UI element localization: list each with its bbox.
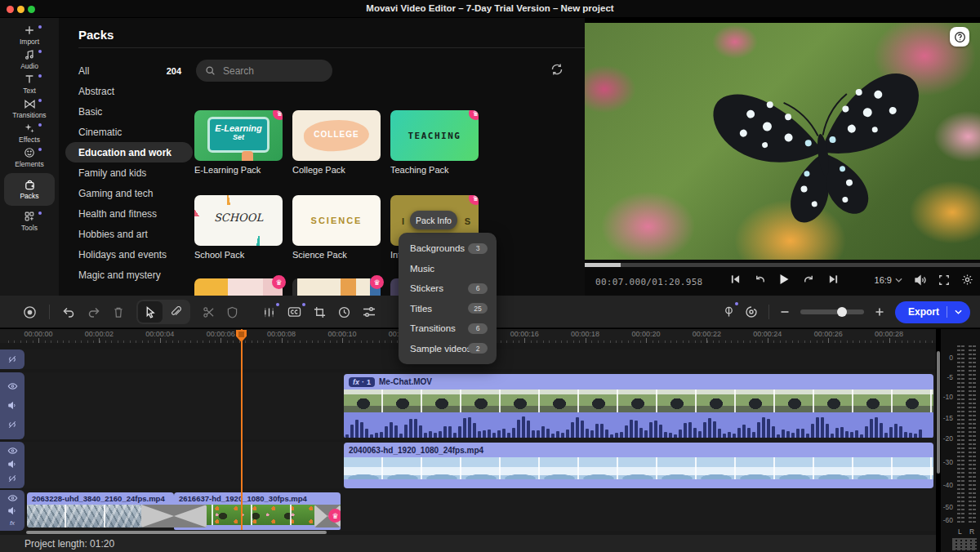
- unlink-icon[interactable]: [7, 474, 17, 483]
- chevron-down-icon: [895, 278, 902, 283]
- play-button[interactable]: [779, 274, 790, 285]
- menu-item-count-badge: 6: [468, 283, 488, 294]
- record-icon[interactable]: [23, 305, 37, 319]
- speaker-icon[interactable]: [7, 460, 18, 469]
- eye-icon[interactable]: [7, 447, 18, 455]
- category-item[interactable]: Hobbies and art: [65, 224, 193, 244]
- ruler-label: 00:00:22: [678, 330, 735, 338]
- category-item[interactable]: Health and fitness: [65, 203, 193, 224]
- pack-card-teaching[interactable]: TEACHING ♛ Teaching Pack: [390, 110, 479, 175]
- vertical-scrollbar[interactable]: [937, 351, 940, 474]
- speaker-icon[interactable]: [7, 401, 18, 410]
- fx-icon[interactable]: fx: [10, 519, 15, 527]
- pack-thumbnail-partial[interactable]: ♛: [292, 278, 381, 296]
- zoom-in-icon[interactable]: [875, 307, 884, 317]
- select-tool-button[interactable]: [138, 301, 163, 323]
- search-bar[interactable]: [196, 60, 332, 82]
- aspect-ratio-selector[interactable]: 16:9: [875, 275, 902, 285]
- eye-icon[interactable]: [7, 382, 18, 390]
- speaker-icon[interactable]: [7, 506, 18, 515]
- menu-item[interactable]: Sample videos2: [399, 339, 497, 359]
- slider-handle[interactable]: [837, 307, 847, 317]
- fullscreen-icon[interactable]: [938, 274, 950, 286]
- search-input[interactable]: [221, 65, 319, 78]
- pack-card-elearning[interactable]: E-LearningSet ♛ E-Learning Pack: [194, 110, 283, 175]
- shopping-bag-icon: [24, 179, 36, 191]
- help-button[interactable]: [950, 27, 969, 47]
- meter-bar-right: [969, 345, 976, 523]
- unlink-icon[interactable]: [7, 420, 17, 430]
- category-item[interactable]: Cinematic: [65, 122, 193, 142]
- crop-icon[interactable]: [314, 306, 326, 318]
- captions-icon[interactable]: [287, 306, 301, 318]
- color-swirl-icon[interactable]: [745, 305, 758, 318]
- timeline-clip-2040063[interactable]: 2040063-hd_1920_1080_24fps.mp4: [344, 443, 933, 488]
- sidebar-item-transitions[interactable]: Transitions: [4, 96, 55, 120]
- timeline-zoom-slider[interactable]: [800, 309, 864, 314]
- category-item[interactable]: Abstract: [65, 81, 193, 101]
- redo-icon[interactable]: [87, 306, 100, 318]
- meter-bar-left: [957, 345, 964, 523]
- category-item[interactable]: Family and kids: [65, 162, 193, 183]
- timeline-clip-mechat[interactable]: fx·1 Me-Chat.MOV: [344, 374, 933, 438]
- pack-card-science[interactable]: SCIENCE Science Pack: [292, 195, 381, 260]
- gear-icon[interactable]: [961, 274, 973, 286]
- clip-tool-button[interactable]: [164, 301, 189, 323]
- eye-icon[interactable]: [7, 494, 18, 502]
- skip-forward-icon[interactable]: [828, 274, 839, 284]
- menu-item[interactable]: Transitions6: [399, 318, 497, 339]
- category-item[interactable]: Basic: [65, 101, 193, 122]
- horizontal-scrollbar[interactable]: [26, 531, 327, 534]
- next-frame-icon[interactable]: [803, 274, 815, 285]
- video-preview[interactable]: [585, 23, 980, 260]
- voiceover-icon[interactable]: [724, 305, 734, 318]
- chevron-down-icon[interactable]: [955, 309, 962, 314]
- export-button[interactable]: Export: [895, 301, 970, 323]
- scissors-icon[interactable]: [203, 306, 215, 318]
- sidebar-item-import[interactable]: Import: [4, 23, 55, 47]
- pack-thumbnail-partial[interactable]: ♛: [194, 278, 283, 296]
- category-item[interactable]: Education and work: [65, 142, 193, 162]
- refresh-icon[interactable]: [550, 63, 564, 76]
- previous-frame-icon[interactable]: [754, 274, 766, 285]
- pack-name: College Pack: [292, 165, 381, 175]
- seek-bar[interactable]: [585, 263, 980, 267]
- category-item[interactable]: Gaming and tech: [65, 183, 193, 203]
- menu-item[interactable]: Music: [399, 259, 497, 279]
- pack-thumbnail-partial[interactable]: [390, 278, 399, 296]
- sidebar-item-audio[interactable]: Audio: [4, 47, 55, 71]
- category-item[interactable]: All204: [65, 60, 193, 81]
- undo-icon[interactable]: [62, 306, 75, 318]
- category-item[interactable]: Holidays and events: [65, 244, 193, 265]
- timecode: 00:07.000/01:20.958: [595, 277, 703, 287]
- transition-overlay[interactable]: ♛: [314, 505, 341, 528]
- menu-item[interactable]: Titles25: [399, 299, 497, 319]
- zoom-out-icon[interactable]: [780, 307, 790, 317]
- volume-icon[interactable]: [914, 274, 927, 286]
- pack-card-school[interactable]: SCHOOL School Pack: [194, 195, 283, 260]
- playhead-line[interactable]: [241, 329, 243, 530]
- menu-item[interactable]: Backgrounds3: [399, 238, 497, 259]
- sidebar-item-text[interactable]: Text: [4, 72, 55, 96]
- ruler-label: 00:00:00: [10, 330, 67, 338]
- category-item[interactable]: Magic and mystery: [65, 265, 193, 285]
- pack-card-college[interactable]: COLLEGE College Pack: [292, 110, 381, 175]
- sidebar-item-packs[interactable]: Packs: [4, 173, 55, 206]
- shield-icon[interactable]: [227, 306, 238, 318]
- filters-sliders-icon[interactable]: [363, 306, 376, 318]
- sidebar-item-tools[interactable]: Tools: [4, 209, 55, 233]
- menu-item[interactable]: Stickers6: [399, 278, 497, 299]
- transition-overlay[interactable]: [141, 505, 207, 528]
- sidebar-item-elements[interactable]: Elements: [4, 145, 55, 169]
- premium-crown-badge: ♛: [469, 110, 479, 120]
- pack-info-tooltip[interactable]: Pack Info: [410, 211, 457, 229]
- text-icon: [24, 73, 35, 86]
- clip-speed-icon[interactable]: [338, 306, 350, 318]
- unlink-icon[interactable]: [7, 354, 17, 364]
- audio-levels-icon[interactable]: [263, 306, 275, 318]
- sidebar-item-effects[interactable]: Effects: [4, 121, 55, 145]
- skip-back-icon[interactable]: [730, 274, 741, 284]
- premium-crown-badge: ♛: [272, 275, 286, 289]
- app-window: Movavi Video Editor – 7-Day Trial Versio…: [0, 0, 980, 552]
- trash-icon[interactable]: [113, 306, 124, 318]
